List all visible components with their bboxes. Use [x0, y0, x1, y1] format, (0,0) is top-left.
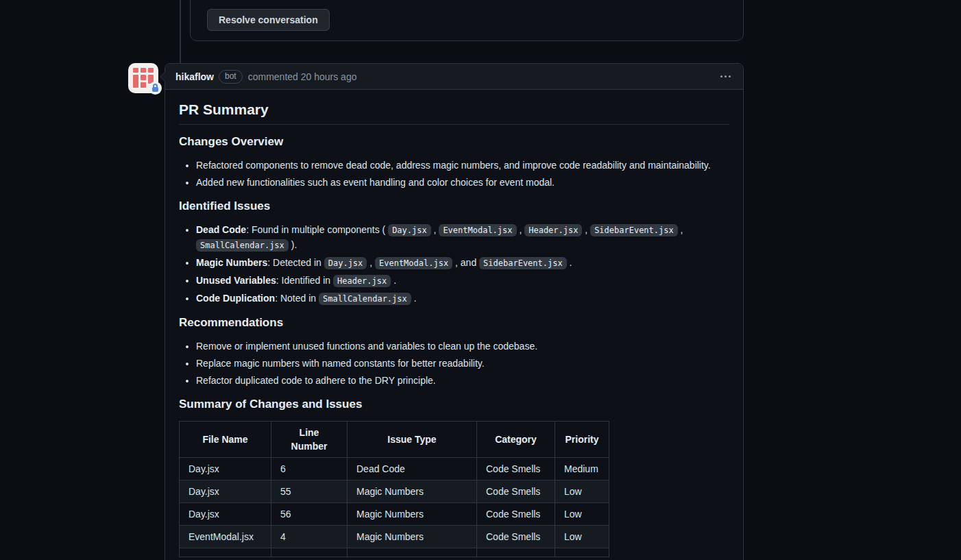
summary-table-body: Day.jsx6Dead CodeCode SmellsMediumDay.js…: [180, 458, 609, 557]
inline-code-chip: Header.jsx: [524, 224, 582, 236]
list-item: Replace magic numbers with named constan…: [196, 356, 729, 371]
comment-timestamp: commented 20 hours ago: [248, 71, 357, 82]
table-header-cell: Category: [477, 422, 555, 458]
comment-caret: [160, 71, 166, 82]
identified-issues-list: Dead Code: Found in multiple components …: [179, 223, 729, 306]
table-cell: Dead Code: [348, 458, 477, 480]
table-cell: 4: [271, 526, 348, 548]
inline-code-chip: EventModal.jsx: [375, 257, 452, 269]
table-cell: Code Smells: [477, 458, 555, 480]
avatar-logo-block: [141, 82, 146, 88]
kebab-menu-icon[interactable]: [719, 71, 732, 82]
list-item: Refactor duplicated code to adhere to th…: [196, 374, 729, 388]
table-cell: Day.jsx: [180, 503, 271, 526]
bot-comment-card: hikaflow bot commented 20 hours ago PR S…: [165, 63, 744, 560]
thread-timeline-line: [180, 0, 181, 64]
table-header-cell: Priority: [555, 422, 609, 458]
table-row: Day.jsx55Magic NumbersCode SmellsLow: [180, 480, 609, 503]
table-cell: [348, 548, 477, 557]
inline-code-chip: EventModal.jsx: [439, 224, 516, 236]
avatar-logo-block: [141, 68, 146, 73]
comment-author-link[interactable]: hikaflow: [175, 71, 214, 82]
comment-header: hikaflow bot commented 20 hours ago: [165, 64, 743, 90]
avatar-logo-block: [133, 75, 138, 88]
list-item: Unused Variables: Identified in Header.j…: [196, 273, 729, 289]
table-cell: Low: [555, 503, 609, 526]
table-cell: Code Smells: [477, 503, 555, 526]
list-item: Remove or implement unused functions and…: [196, 339, 729, 354]
table-cell: Code Smells: [477, 480, 555, 503]
table-header-cell: Line Number: [271, 422, 348, 458]
summary-table: File NameLine NumberIssue TypeCategoryPr…: [179, 421, 609, 557]
list-item: Code Duplication: Noted in SmallCalendar…: [196, 291, 729, 306]
avatar-logo-block: [133, 68, 138, 73]
table-row: EventModal.jsx4Magic NumbersCode SmellsL…: [180, 526, 609, 548]
inline-code-chip: Day.jsx: [324, 257, 367, 269]
list-item: Refactored components to remove dead cod…: [196, 158, 729, 173]
inline-code-chip: SidebarEvent.jsx: [479, 257, 567, 269]
bot-badge: bot: [219, 70, 243, 84]
pr-conversation-page: Resolve conversation hikaflow bot commen…: [0, 0, 961, 560]
table-cell: [555, 548, 609, 557]
list-item: Added new functionalities such as event …: [196, 175, 729, 190]
section-heading-summary-table: Summary of Changes and Issues: [179, 397, 729, 411]
section-heading-changes-overview: Changes Overview: [179, 134, 729, 149]
inline-code-chip: SidebarEvent.jsx: [590, 224, 678, 236]
table-row: [180, 548, 609, 557]
table-cell: Low: [555, 526, 609, 548]
table-header-cell: File Name: [180, 422, 271, 458]
avatar[interactable]: [128, 63, 158, 93]
table-cell: 6: [271, 458, 348, 480]
resolve-conversation-button[interactable]: Resolve conversation: [207, 9, 330, 31]
changes-overview-list: Refactored components to remove dead cod…: [179, 158, 729, 190]
inline-code-chip: Header.jsx: [333, 275, 391, 287]
table-cell: 55: [271, 480, 348, 503]
pr-summary-title: PR Summary: [179, 101, 729, 125]
list-item: Magic Numbers: Detected in Day.jsx , Eve…: [196, 256, 729, 271]
recommendations-list: Remove or implement unused functions and…: [179, 339, 729, 388]
resolved-thread-card: Resolve conversation: [190, 0, 744, 41]
table-cell: 56: [271, 503, 348, 526]
table-cell: Day.jsx: [180, 458, 271, 480]
inline-code-chip: SmallCalendar.jsx: [319, 293, 411, 305]
table-cell: Medium: [555, 458, 609, 480]
avatar-logo-block: [148, 68, 154, 73]
section-heading-recommendations: Recommendations: [179, 315, 729, 330]
avatar-logo-block: [141, 75, 146, 80]
section-heading-identified-issues: Identified Issues: [179, 199, 729, 213]
comment-body: PR Summary Changes Overview Refactored c…: [165, 90, 743, 560]
table-row: Day.jsx56Magic NumbersCode SmellsLow: [180, 503, 609, 526]
list-item: Dead Code: Found in multiple components …: [196, 223, 729, 253]
table-cell: [180, 548, 271, 557]
table-cell: EventModal.jsx: [180, 526, 271, 548]
table-cell: Code Smells: [477, 526, 555, 548]
table-cell: Day.jsx: [180, 480, 271, 503]
table-cell: Magic Numbers: [348, 503, 477, 526]
summary-table-head-row: File NameLine NumberIssue TypeCategoryPr…: [180, 422, 609, 458]
table-cell: Magic Numbers: [348, 480, 477, 503]
table-cell: [271, 548, 348, 557]
table-header-cell: Issue Type: [348, 422, 477, 458]
table-cell: Low: [555, 480, 609, 503]
bot-lock-badge-icon: [149, 82, 162, 95]
inline-code-chip: SmallCalendar.jsx: [196, 239, 289, 252]
table-cell: Magic Numbers: [348, 526, 477, 548]
table-row: Day.jsx6Dead CodeCode SmellsMedium: [180, 458, 609, 480]
table-cell: [477, 548, 555, 557]
inline-code-chip: Day.jsx: [388, 224, 431, 236]
